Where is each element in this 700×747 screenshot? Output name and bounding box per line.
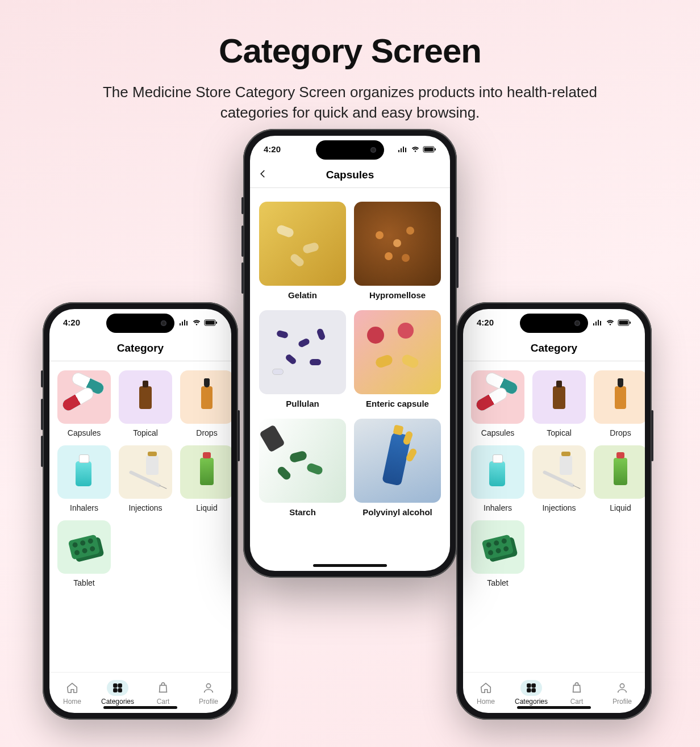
svg-rect-2 (216, 322, 217, 324)
grid-icon (520, 680, 542, 696)
phone-mockup-left: 4:20 Category Capsules (43, 302, 238, 720)
category-topical[interactable]: Topical (532, 370, 586, 437)
hero-subtitle: The Medicine Store Category Screen organ… (68, 82, 632, 123)
svg-rect-5 (114, 688, 118, 692)
svg-point-7 (206, 683, 210, 687)
svg-rect-6 (118, 688, 122, 692)
subcategory-hypromellose[interactable]: Hypromellose (354, 202, 441, 300)
category-capsules[interactable]: Capsules (57, 370, 111, 437)
user-icon (198, 680, 219, 696)
status-time: 4:20 (477, 318, 494, 327)
category-topical[interactable]: Topical (119, 370, 172, 437)
phone-mockup-center: 4:20 Capsules (243, 129, 457, 578)
screen-title-bar: Category (463, 336, 645, 361)
categories-grid: Capsules Topical Drops Inhalers (57, 370, 223, 587)
subcategories-grid: Gelatin Hypromellose (259, 202, 441, 517)
category-inhalers[interactable]: Inhalers (471, 445, 524, 512)
svg-rect-18 (435, 148, 436, 151)
svg-rect-13 (527, 688, 531, 692)
subcategory-pullulan[interactable]: Pullulan (259, 310, 346, 408)
hero-title: Category Screen (68, 31, 632, 70)
svg-rect-10 (630, 322, 631, 324)
svg-point-15 (620, 683, 624, 687)
category-injections[interactable]: Injections (532, 445, 586, 512)
status-icons (593, 319, 631, 326)
svg-rect-9 (619, 320, 628, 324)
screen-title-bar: Category (49, 336, 231, 361)
bag-icon (152, 680, 174, 696)
user-icon (611, 680, 633, 696)
category-tablet[interactable]: Tablet (471, 520, 524, 587)
home-icon (475, 680, 497, 696)
subcategory-starch[interactable]: Starch (259, 419, 346, 517)
status-icons (398, 146, 436, 153)
phone-mockup-right: 4:20 Category Capsules (456, 302, 652, 720)
category-tablet[interactable]: Tablet (57, 520, 111, 587)
nav-profile[interactable]: Profile (599, 673, 645, 713)
svg-rect-17 (424, 147, 434, 151)
nav-home[interactable]: Home (463, 673, 509, 713)
category-liquid[interactable]: Liquid (180, 445, 231, 512)
screen-title: Category (117, 342, 164, 354)
back-button[interactable] (258, 169, 268, 181)
presentation-hero: Category Screen The Medicine Store Categ… (0, 0, 700, 123)
svg-rect-3 (114, 683, 118, 687)
category-drops[interactable]: Drops (180, 370, 231, 437)
category-inhalers[interactable]: Inhalers (57, 445, 111, 512)
svg-rect-12 (532, 683, 536, 687)
categories-grid: Capsules Topical Drops Inhalers (471, 370, 637, 587)
home-indicator (517, 706, 591, 709)
status-icons (179, 319, 218, 326)
category-capsules[interactable]: Capsules (471, 370, 524, 437)
subcategory-polyvinyl[interactable]: Polyvinyl alcohol (354, 419, 441, 517)
status-time: 4:20 (264, 144, 281, 154)
category-drops[interactable]: Drops (594, 370, 645, 437)
screen-title: Capsules (326, 169, 374, 181)
screen-title: Category (531, 342, 577, 354)
nav-profile[interactable]: Profile (186, 673, 231, 713)
svg-rect-11 (527, 683, 531, 687)
svg-rect-4 (118, 683, 122, 687)
nav-home[interactable]: Home (49, 673, 95, 713)
category-liquid[interactable]: Liquid (594, 445, 645, 512)
subcategory-gelatin[interactable]: Gelatin (259, 202, 346, 300)
status-time: 4:20 (63, 318, 80, 327)
category-injections[interactable]: Injections (119, 445, 172, 512)
home-indicator (103, 706, 177, 709)
home-icon (61, 680, 83, 696)
bag-icon (566, 680, 588, 696)
home-indicator (313, 564, 387, 567)
svg-rect-1 (206, 320, 215, 324)
grid-icon (107, 680, 128, 696)
svg-rect-14 (532, 688, 536, 692)
subcategory-enteric[interactable]: Enteric capsule (354, 310, 441, 408)
screen-title-bar: Capsules (250, 163, 450, 188)
